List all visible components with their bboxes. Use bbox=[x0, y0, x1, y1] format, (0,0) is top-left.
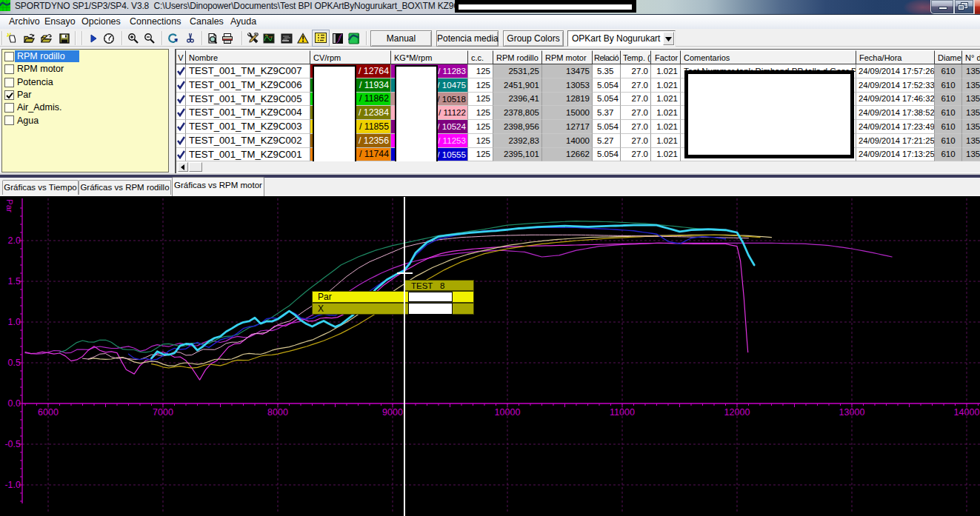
svg-text:7000: 7000 bbox=[153, 407, 173, 418]
svg-text:13000: 13000 bbox=[839, 407, 865, 418]
svg-text:1.0: 1.0 bbox=[8, 317, 21, 327]
svg-text:0.0: 0.0 bbox=[8, 398, 21, 409]
svg-text:-1.0: -1.0 bbox=[4, 480, 21, 490]
svg-text:9000: 9000 bbox=[382, 407, 403, 418]
svg-text:-0.5: -0.5 bbox=[4, 439, 21, 449]
svg-text:1.5: 1.5 bbox=[8, 276, 21, 287]
svg-text:8000: 8000 bbox=[267, 407, 288, 418]
svg-text:Par: Par bbox=[5, 199, 14, 212]
svg-text:14000: 14000 bbox=[954, 407, 980, 418]
svg-text:12000: 12000 bbox=[724, 407, 750, 418]
svg-text:6000: 6000 bbox=[38, 407, 59, 418]
svg-text:0.5: 0.5 bbox=[8, 358, 21, 368]
svg-text:2.0: 2.0 bbox=[8, 235, 21, 246]
svg-text:10000: 10000 bbox=[495, 407, 521, 418]
svg-text:11000: 11000 bbox=[610, 407, 635, 418]
